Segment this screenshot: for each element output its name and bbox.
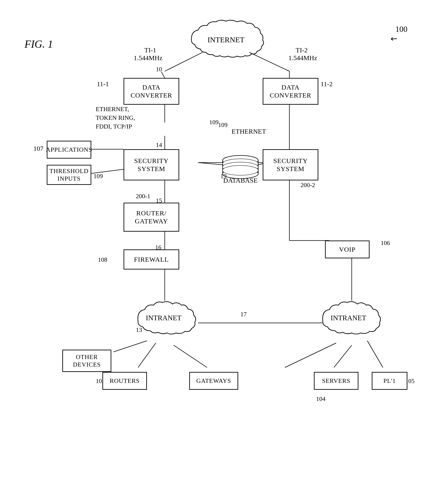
voip-box: VOIP <box>325 240 370 258</box>
svg-line-48 <box>285 343 336 367</box>
ref-11-1: 11-1 <box>97 80 109 88</box>
svg-text:DATABASE: DATABASE <box>223 177 258 184</box>
pl1-box: PL'1 <box>372 372 408 390</box>
svg-text:1.544MHz: 1.544MHz <box>288 54 317 61</box>
svg-line-49 <box>334 345 352 367</box>
security-system-1-box: SECURITYSYSTEM <box>124 149 179 180</box>
svg-text:200-2: 200-2 <box>301 181 315 188</box>
svg-text:ETHERNET: ETHERNET <box>231 128 266 135</box>
security-system-2-box: SECURITYSYSTEM <box>263 149 318 180</box>
svg-line-50 <box>367 341 383 367</box>
svg-text:17: 17 <box>240 311 247 318</box>
svg-line-8 <box>249 52 289 71</box>
svg-text:200-1: 200-1 <box>136 193 150 199</box>
svg-text:106: 106 <box>381 239 390 246</box>
data-converter-1-box: DATACONVERTER <box>124 78 179 105</box>
diagram-container: FIG. 1 100 ↙ INTERNET TI-1 1.544MHz TI-2… <box>18 18 425 486</box>
intranet-left-cloud: INTRANET <box>125 298 203 343</box>
svg-text:INTERNET: INTERNET <box>208 36 245 44</box>
svg-line-5 <box>165 52 203 71</box>
gateways-box: GATEWAYS <box>189 372 238 390</box>
firewall-box: FIREWALL <box>124 250 179 270</box>
svg-text:109: 109 <box>209 119 219 126</box>
svg-text:INTRANET: INTRANET <box>146 314 181 322</box>
svg-line-46 <box>138 343 156 367</box>
svg-text:TI-2: TI-2 <box>296 46 307 54</box>
internet-cloud: INTERNET <box>192 20 264 57</box>
svg-text:10: 10 <box>156 66 162 72</box>
svg-point-23 <box>223 165 258 175</box>
svg-line-7 <box>161 72 165 78</box>
svg-text:108: 108 <box>98 256 107 263</box>
applications-box: APPLICATIONS <box>47 141 91 159</box>
svg-line-26 <box>198 162 223 165</box>
svg-text:19: 19 <box>220 173 227 180</box>
ref-107: 107 <box>33 145 43 152</box>
svg-text:1.544MHz: 1.544MHz <box>134 54 162 61</box>
servers-box: SERVERS <box>314 372 358 390</box>
ethernet-token-ring-label: ETHERNET,TOKEN RING,FDDI, TCP/IP <box>96 105 135 131</box>
data-converter-2-box: DATACONVERTER <box>263 78 318 105</box>
svg-line-47 <box>174 345 207 367</box>
svg-text:TI-1: TI-1 <box>144 46 156 54</box>
threshold-inputs-box: THRESHOLDINPUTS <box>47 165 91 185</box>
routers-box: ROUTERS <box>102 372 147 390</box>
svg-text:109: 109 <box>93 173 103 180</box>
svg-text:109: 109 <box>218 121 228 128</box>
svg-text:14: 14 <box>156 142 162 148</box>
router-gateway-box: ROUTER/GATEWAY <box>124 203 179 232</box>
svg-text:104: 104 <box>316 395 325 402</box>
intranet-right-cloud: INTRANET <box>309 298 387 343</box>
other-devices-box: OTHERDEVICES <box>62 350 111 372</box>
svg-text:INTRANET: INTRANET <box>331 314 366 322</box>
ref-11-2: 11-2 <box>320 80 333 88</box>
